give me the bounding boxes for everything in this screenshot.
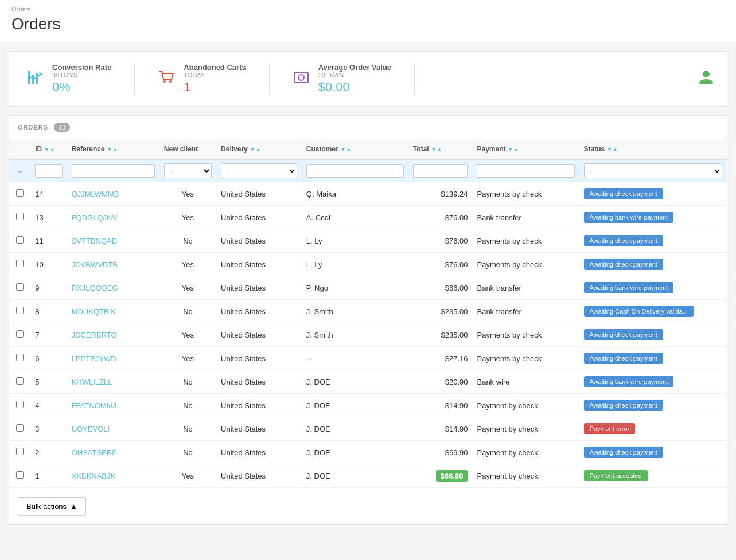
- header-delivery[interactable]: Delivery ▼▲: [216, 139, 302, 159]
- row-checkbox-cell[interactable]: [9, 347, 30, 370]
- row-checkbox-cell[interactable]: [9, 300, 30, 323]
- row-checkbox[interactable]: [16, 471, 24, 479]
- row-reference[interactable]: XKBKNABJK: [67, 464, 159, 488]
- row-checkbox[interactable]: [16, 236, 24, 244]
- row-checkbox[interactable]: [16, 377, 24, 385]
- reference-sort-icon[interactable]: ▼▲: [107, 146, 118, 152]
- row-checkbox[interactable]: [16, 189, 24, 197]
- status-sort-icon[interactable]: ▼▲: [607, 146, 618, 152]
- filter-id-cell[interactable]: [30, 159, 67, 182]
- row-reference-link[interactable]: JCVBWVDTB: [72, 260, 118, 269]
- filter-newclient-select[interactable]: -: [164, 163, 212, 178]
- row-reference-link[interactable]: UOYEVOLI: [72, 425, 110, 433]
- row-reference-link[interactable]: RXJLQOOEG: [72, 284, 118, 292]
- row-checkbox-cell[interactable]: [9, 441, 30, 464]
- row-checkbox-cell[interactable]: [9, 417, 30, 441]
- row-reference[interactable]: RXJLQOOEG: [67, 276, 159, 300]
- delivery-sort-icon[interactable]: ▼▲: [250, 146, 261, 152]
- row-checkbox-cell[interactable]: [9, 394, 30, 417]
- status-badge: Awaiting check payment: [584, 259, 663, 270]
- filter-ref-cell[interactable]: [67, 159, 159, 182]
- row-checkbox[interactable]: [16, 424, 24, 432]
- row-total: $235.00: [408, 323, 473, 347]
- row-checkbox-cell[interactable]: [9, 206, 30, 229]
- header-customer[interactable]: Customer ▼▲: [302, 139, 408, 159]
- row-reference-link[interactable]: LPPTEJYWD: [72, 354, 116, 363]
- header-status[interactable]: Status ▼▲: [579, 139, 727, 159]
- row-reference-link[interactable]: FQDGLQJNV: [72, 213, 117, 222]
- id-sort-icon[interactable]: ▼▲: [44, 146, 56, 152]
- filter-id-input[interactable]: [35, 164, 62, 178]
- filter-customer-input[interactable]: [306, 164, 404, 178]
- filter-delivery-cell[interactable]: -: [216, 159, 302, 182]
- table-row[interactable]: 6 LPPTEJYWD Yes United States -- $27.16 …: [9, 347, 727, 370]
- filter-total-input[interactable]: [413, 164, 468, 178]
- row-checkbox[interactable]: [16, 354, 24, 361]
- row-reference-link[interactable]: FFATNOMMJ: [72, 401, 116, 410]
- row-reference[interactable]: QJJMLWMMB: [67, 182, 159, 206]
- row-checkbox[interactable]: [16, 330, 24, 338]
- filter-payment-cell[interactable]: [472, 159, 579, 182]
- table-row[interactable]: 5 KHWLILZLL No United States J. DOE $20.…: [9, 370, 727, 394]
- row-reference-link[interactable]: QJJMLWMMB: [72, 190, 119, 198]
- filter-payment-input[interactable]: [477, 164, 574, 178]
- table-row[interactable]: 1 XKBKNABJK Yes United States J. DOE $66…: [9, 464, 727, 488]
- filter-status-select[interactable]: -: [584, 163, 723, 178]
- table-row[interactable]: 10 JCVBWVDTB Yes United States L. Ly $76…: [9, 253, 727, 276]
- payment-sort-icon[interactable]: ▼▲: [508, 146, 519, 152]
- filter-delivery-select[interactable]: -: [221, 163, 297, 178]
- header-total[interactable]: Total ▼▲: [408, 139, 473, 159]
- table-row[interactable]: 8 MDUKQTBIK No United States J. Smith $2…: [9, 300, 727, 323]
- row-checkbox-cell[interactable]: [9, 276, 30, 300]
- row-reference-link[interactable]: OHSATSERP: [72, 448, 117, 457]
- row-reference-link[interactable]: XKBKNABJK: [72, 472, 116, 480]
- table-row[interactable]: 4 FFATNOMMJ No United States J. DOE $14.…: [9, 394, 727, 417]
- filter-newclient-cell[interactable]: -: [159, 159, 216, 182]
- table-row[interactable]: 9 RXJLQOOEG Yes United States P. Ngo $66…: [9, 276, 727, 300]
- row-checkbox-cell[interactable]: [9, 370, 30, 394]
- bulk-actions-button[interactable]: Bulk actions ▲: [18, 497, 86, 516]
- total-sort-icon[interactable]: ▼▲: [431, 146, 442, 152]
- row-checkbox[interactable]: [16, 307, 24, 314]
- filter-customer-cell[interactable]: [302, 159, 408, 182]
- row-checkbox-cell[interactable]: [9, 253, 30, 276]
- table-row[interactable]: 11 SVTTBNQAD No United States L. Ly $76.…: [9, 229, 727, 253]
- table-row[interactable]: 13 FQDGLQJNV Yes United States A. Ccdf $…: [9, 206, 727, 229]
- customer-sort-icon[interactable]: ▼▲: [340, 146, 352, 152]
- conversion-rate-period: 30 DAYS: [52, 72, 111, 79]
- row-checkbox[interactable]: [16, 260, 24, 267]
- row-checkbox[interactable]: [16, 213, 24, 220]
- row-reference-link[interactable]: JDCERBRTO: [72, 331, 117, 339]
- header-reference[interactable]: Reference ▼▲: [67, 139, 159, 159]
- table-row[interactable]: 14 QJJMLWMMB Yes United States Q. Maika …: [9, 182, 727, 206]
- row-checkbox-cell[interactable]: [9, 323, 30, 347]
- table-row[interactable]: 2 OHSATSERP No United States J. DOE $69.…: [9, 441, 727, 464]
- row-checkbox[interactable]: [16, 283, 24, 291]
- row-reference[interactable]: KHWLILZLL: [67, 370, 159, 394]
- header-id[interactable]: ID ▼▲: [30, 139, 67, 159]
- row-checkbox[interactable]: [16, 401, 24, 408]
- row-reference[interactable]: FQDGLQJNV: [67, 206, 159, 229]
- filter-status-cell[interactable]: -: [579, 159, 727, 182]
- filter-total-cell[interactable]: [408, 159, 473, 182]
- row-reference[interactable]: OHSATSERP: [67, 441, 159, 464]
- table-row[interactable]: 3 UOYEVOLI No United States J. DOE $14.9…: [9, 417, 727, 441]
- row-reference[interactable]: LPPTEJYWD: [67, 347, 159, 370]
- row-delivery: United States: [216, 323, 302, 347]
- row-checkbox[interactable]: [16, 448, 24, 455]
- row-checkbox-cell[interactable]: [9, 182, 30, 206]
- row-reference[interactable]: FFATNOMMJ: [67, 394, 159, 417]
- filter-ref-input[interactable]: [72, 164, 155, 178]
- table-row[interactable]: 7 JDCERBRTO Yes United States J. Smith $…: [9, 323, 727, 347]
- row-reference-link[interactable]: MDUKQTBIK: [72, 307, 116, 316]
- row-reference[interactable]: MDUKQTBIK: [67, 300, 159, 323]
- row-checkbox-cell[interactable]: [9, 229, 30, 253]
- row-reference-link[interactable]: SVTTBNQAD: [72, 237, 117, 245]
- header-payment[interactable]: Payment ▼▲: [472, 139, 579, 159]
- row-reference[interactable]: SVTTBNQAD: [67, 229, 159, 253]
- row-reference[interactable]: JDCERBRTO: [67, 323, 159, 347]
- row-reference-link[interactable]: KHWLILZLL: [72, 378, 112, 386]
- row-reference[interactable]: JCVBWVDTB: [67, 253, 159, 276]
- row-checkbox-cell[interactable]: [9, 464, 30, 488]
- row-reference[interactable]: UOYEVOLI: [67, 417, 159, 441]
